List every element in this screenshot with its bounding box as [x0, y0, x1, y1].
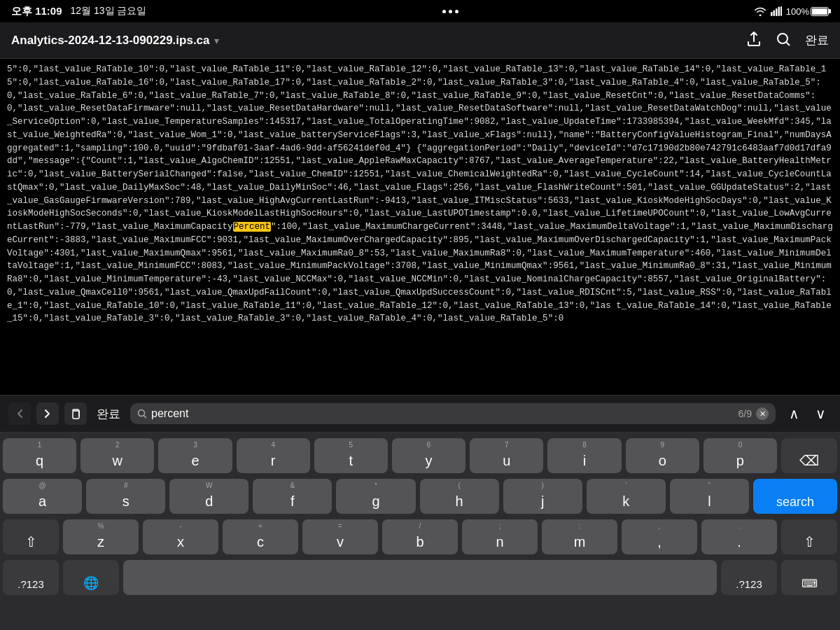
file-title: Analytics-2024-12-13-090229.ips.ca	[11, 34, 210, 48]
svg-line-6	[787, 43, 790, 46]
key-z[interactable]: %z	[63, 519, 139, 554]
key-h[interactable]: (h	[420, 479, 499, 514]
title-bar-left: Analytics-2024-12-13-090229.ips.ca ▾	[11, 34, 219, 48]
status-icons: 100%	[754, 6, 829, 17]
key-i[interactable]: 8i	[547, 438, 621, 473]
battery-percent: 100%	[786, 6, 809, 17]
search-next-button[interactable]: ∨	[809, 402, 832, 425]
key-g[interactable]: *g	[336, 479, 415, 514]
svg-point-5	[778, 34, 788, 43]
key-q[interactable]: 1q	[3, 438, 76, 473]
key-f[interactable]: &f	[253, 479, 332, 514]
battery-icon: 100%	[786, 6, 829, 17]
keyboard-row-bottom: .?123🌐.?123⌨	[3, 560, 837, 595]
key-p[interactable]: 0p	[704, 438, 777, 473]
key-shift-right[interactable]: ⇧	[781, 519, 837, 554]
forward-button[interactable]	[36, 402, 59, 425]
done-button[interactable]: 완료	[805, 32, 829, 48]
share-button[interactable]	[746, 31, 762, 49]
key-v[interactable]: =v	[302, 519, 378, 554]
key-n[interactable]: ;n	[462, 519, 538, 554]
content-text-after: ":100,"last_value_MaximumChargeCurrent":…	[7, 222, 833, 323]
search-bar: 완료 6/9 ✕ ∧ ∨	[0, 395, 840, 433]
svg-rect-2	[776, 8, 778, 16]
key-space[interactable]	[123, 560, 717, 595]
key-shift[interactable]: ⇧	[3, 519, 59, 554]
key-w[interactable]: 2w	[80, 438, 154, 473]
key-l[interactable]: "l	[670, 479, 749, 514]
key-j[interactable]: )j	[503, 479, 582, 514]
key-m[interactable]: :m	[542, 519, 617, 554]
key-c[interactable]: +c	[223, 519, 298, 554]
key-b[interactable]: /b	[382, 519, 458, 554]
search-match-count: 6/9	[738, 408, 752, 419]
search-button[interactable]	[776, 31, 791, 49]
svg-rect-1	[773, 10, 775, 17]
keyboard: 1q2w3e4r5t6y7u8i9o0p⌫ @a#sWd&f*g(h)j'k"l…	[0, 433, 840, 630]
search-input-wrapper: 6/9 ✕	[130, 403, 776, 424]
title-bar-actions: 완료	[746, 31, 829, 49]
status-bar: 오후 11:09 12월 13일 금요일 100%	[0, 0, 840, 22]
copy-button[interactable]	[64, 402, 87, 425]
search-nav-arrows: ∧ ∨	[783, 402, 832, 425]
key-s[interactable]: #s	[86, 479, 165, 514]
key-d[interactable]: Wd	[169, 479, 248, 514]
svg-line-9	[144, 416, 147, 419]
search-clear-button[interactable]: ✕	[756, 407, 769, 420]
key-keyboard-dismiss[interactable]: ⌨	[781, 560, 837, 595]
search-bar-left	[8, 402, 87, 425]
svg-point-8	[139, 410, 145, 416]
status-date: 12월 13일 금요일	[71, 5, 147, 18]
key-u[interactable]: 7u	[470, 438, 543, 473]
content-text-before: 5":0,"last_value_RaTable_10":0,"last_val…	[7, 64, 832, 232]
search-icon-small	[137, 409, 147, 419]
svg-rect-3	[778, 7, 780, 17]
search-input[interactable]	[151, 407, 734, 420]
key-.[interactable]: ..	[701, 519, 777, 554]
search-highlight: Percent	[233, 222, 272, 232]
key-o[interactable]: 9o	[626, 438, 699, 473]
svg-rect-0	[771, 12, 773, 16]
keyboard-row-3: ⇧%z-x+c=v/b;n:m,,..⇧	[3, 519, 837, 554]
keyboard-row-1: 1q2w3e4r5t6y7u8i9o0p⌫	[3, 438, 837, 473]
key-globe[interactable]: 🌐	[63, 560, 119, 595]
key-k[interactable]: 'k	[587, 479, 666, 514]
key-y[interactable]: 6y	[392, 438, 465, 473]
back-button[interactable]	[8, 402, 31, 425]
content-area: 5":0,"last_value_RaTable_10":0,"last_val…	[0, 59, 840, 395]
key-numbers[interactable]: .?123	[3, 560, 59, 595]
key-r[interactable]: 4r	[237, 438, 310, 473]
key-,[interactable]: ,,	[622, 519, 697, 554]
key-period-numbers[interactable]: .?123	[721, 560, 777, 595]
status-time: 오후 11:09	[11, 5, 62, 18]
title-chevron-icon[interactable]: ▾	[214, 35, 219, 46]
wifi-icon	[754, 6, 766, 16]
search-prev-button[interactable]: ∧	[783, 402, 805, 425]
key-a[interactable]: @a	[3, 479, 82, 514]
key-t[interactable]: 5t	[314, 438, 388, 473]
key-backspace[interactable]: ⌫	[781, 438, 837, 473]
key-search[interactable]: search	[753, 479, 837, 514]
title-bar: Analytics-2024-12-13-090229.ips.ca ▾ 완료	[0, 22, 840, 59]
svg-rect-4	[780, 6, 782, 16]
svg-rect-7	[73, 411, 79, 419]
done-search-button[interactable]: 완료	[94, 406, 123, 422]
key-e[interactable]: 3e	[158, 438, 232, 473]
keyboard-row-2: @a#sWd&f*g(h)j'k"lsearch	[3, 479, 837, 514]
key-x[interactable]: -x	[143, 519, 218, 554]
status-center-dots	[442, 10, 458, 13]
signal-icon	[771, 6, 782, 16]
